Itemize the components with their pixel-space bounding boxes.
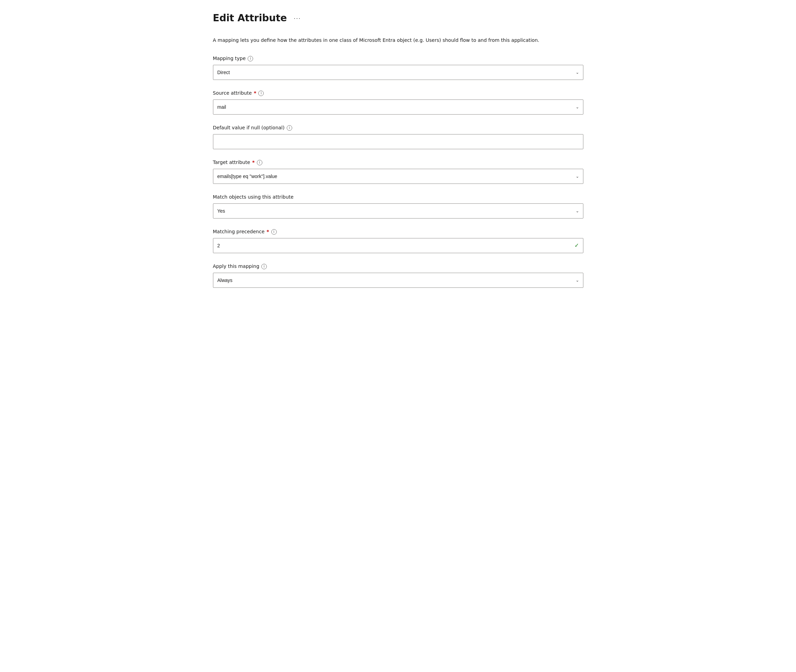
source-attribute-required: * [254,90,256,97]
source-attribute-select[interactable]: mail userPrincipalName displayName given… [213,99,583,115]
source-attribute-info-icon[interactable]: i [258,91,264,96]
default-value-input[interactable] [213,134,583,149]
page-header: Edit Attribute ··· [213,11,583,26]
mapping-type-info-icon[interactable]: i [248,56,253,61]
match-objects-select-wrapper: Yes No ⌄ [213,203,583,219]
match-objects-label: Match objects using this attribute [213,194,583,201]
matching-precedence-section: Matching precedence * i ✓ [213,228,583,253]
apply-mapping-label: Apply this mapping i [213,263,583,270]
more-options-button[interactable]: ··· [291,13,304,23]
target-attribute-info-icon[interactable]: i [257,160,262,165]
apply-mapping-section: Apply this mapping i Always Only during … [213,263,583,288]
default-value-label: Default value if null (optional) i [213,124,583,131]
page-title: Edit Attribute [213,11,287,26]
matching-precedence-required: * [267,228,269,235]
target-attribute-select[interactable]: emails[type eq "work"].value userName na… [213,169,583,184]
match-objects-select[interactable]: Yes No [213,203,583,219]
matching-precedence-input-wrapper: ✓ [213,238,583,253]
target-attribute-select-wrapper: emails[type eq "work"].value userName na… [213,169,583,184]
matching-precedence-check-icon: ✓ [574,242,579,250]
target-attribute-required: * [252,159,254,166]
matching-precedence-label: Matching precedence * i [213,228,583,235]
matching-precedence-info-icon[interactable]: i [271,229,277,235]
match-objects-section: Match objects using this attribute Yes N… [213,194,583,219]
mapping-type-section: Mapping type i Direct Expression Constan… [213,55,583,80]
apply-mapping-select-wrapper: Always Only during initial synchronizati… [213,273,583,288]
source-attribute-section: Source attribute * i mail userPrincipalN… [213,90,583,115]
source-attribute-label: Source attribute * i [213,90,583,97]
source-attribute-select-wrapper: mail userPrincipalName displayName given… [213,99,583,115]
mapping-type-select[interactable]: Direct Expression Constant [213,65,583,80]
mapping-type-select-wrapper: Direct Expression Constant ⌄ [213,65,583,80]
description-text: A mapping lets you define how the attrib… [213,36,549,44]
apply-mapping-info-icon[interactable]: i [261,264,267,269]
default-value-section: Default value if null (optional) i [213,124,583,149]
target-attribute-label: Target attribute * i [213,159,583,166]
apply-mapping-select[interactable]: Always Only during initial synchronizati… [213,273,583,288]
matching-precedence-input[interactable] [213,238,583,253]
default-value-info-icon[interactable]: i [287,125,292,131]
target-attribute-section: Target attribute * i emails[type eq "wor… [213,159,583,184]
edit-attribute-panel: Edit Attribute ··· A mapping lets you de… [199,0,597,318]
mapping-type-label: Mapping type i [213,55,583,62]
